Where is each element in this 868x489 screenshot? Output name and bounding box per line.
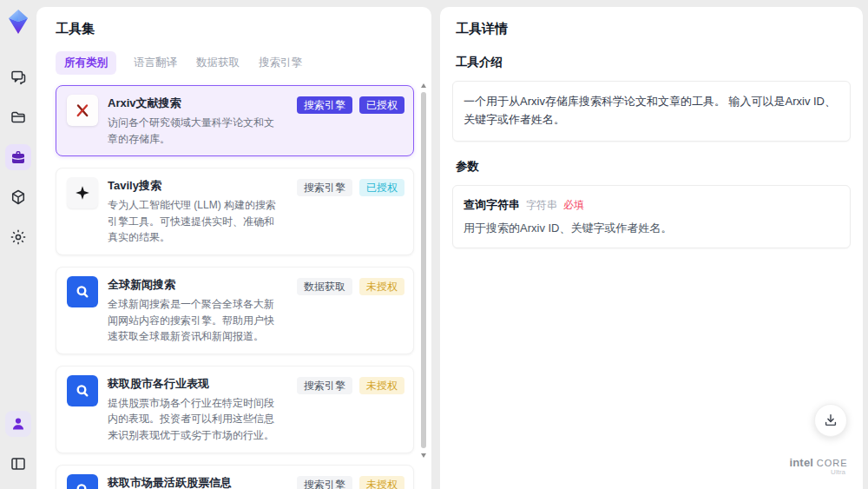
tool-list-item-tavily[interactable]: Tavily搜索 专为人工智能代理 (LLM) 构建的搜索引擎工具。可快速提供实… (56, 168, 414, 255)
tool-description: 全球新闻搜索是一个聚合全球各大新闻网站内容的搜索引擎。帮助用户快速获取全球最新资… (108, 296, 282, 345)
scroll-up-arrow-icon[interactable] (421, 83, 426, 88)
sidebar-rail (0, 0, 36, 489)
search-tool-icon (67, 276, 98, 307)
download-icon (823, 413, 838, 428)
tool-description: 提供股票市场各个行业在特定时间段内的表现。投资者可以利用这些信息来识别表现优于或… (108, 395, 282, 444)
category-tabs: 所有类别 语言翻译 数据获取 搜索引擎 (56, 51, 419, 75)
tab-all-categories[interactable]: 所有类别 (56, 51, 116, 75)
arxiv-logo-icon (67, 95, 98, 126)
tool-list-item-global-news[interactable]: 全球新闻搜索 全球新闻搜索是一个聚合全球各大新闻网站内容的搜索引擎。帮助用户快速… (56, 267, 414, 354)
param-required-flag: 必填 (563, 198, 584, 213)
auth-status-badge: 未授权 (359, 476, 404, 489)
intel-core-logo: intel CORE Ultra (785, 457, 852, 477)
intro-heading: 工具介绍 (452, 55, 851, 70)
param-box: 查询字符串 字符串 必填 用于搜索的Arxiv ID、关键字或作者姓名。 (452, 185, 851, 248)
tab-data-fetch[interactable]: 数据获取 (194, 51, 241, 75)
tool-list-item-sector-performance[interactable]: 获取股市各行业表现 提供股票市场各个行业在特定时间段内的表现。投资者可以利用这些… (56, 366, 414, 453)
panel-toggle-icon[interactable] (5, 451, 31, 477)
tool-name: Arxiv文献搜索 (108, 96, 282, 111)
scroll-down-arrow-icon[interactable] (421, 453, 426, 458)
param-name: 查询字符串 (464, 197, 520, 213)
folder-icon[interactable] (5, 104, 31, 130)
tab-language-translation[interactable]: 语言翻译 (132, 51, 179, 75)
auth-status-badge: 已授权 (359, 179, 404, 196)
category-badge: 搜索引擎 (297, 476, 352, 489)
package-icon[interactable] (5, 184, 31, 210)
tool-name: 全球新闻搜索 (108, 277, 282, 293)
tool-list: Arxiv文献搜索 访问各个研究领域大量科学论文和文章的存储库。 搜索引擎 已授… (56, 85, 419, 489)
tool-description: 专为人工智能代理 (LLM) 构建的搜索引擎工具。可快速提供实时、准确和真实的结… (108, 197, 282, 246)
category-badge: 搜索引擎 (297, 377, 352, 394)
detail-title: 工具详情 (452, 21, 851, 37)
auth-status-badge: 已授权 (359, 96, 404, 114)
category-badge: 搜索引擎 (297, 179, 352, 196)
tool-detail-panel: 工具详情 工具介绍 一个用于从Arxiv存储库搜索科学论文和文章的工具。 输入可… (440, 7, 863, 489)
tavily-star-icon (67, 177, 98, 208)
param-type: 字符串 (526, 198, 557, 213)
params-heading: 参数 (452, 159, 851, 175)
tool-description: 访问各个研究领域大量科学论文和文章的存储库。 (108, 115, 282, 147)
intro-text: 一个用于从Arxiv存储库搜索科学论文和文章的工具。 输入可以是Arxiv ID… (464, 93, 839, 129)
search-tool-icon (67, 474, 98, 489)
param-description: 用于搜索的Arxiv ID、关键字或作者姓名。 (464, 221, 839, 236)
category-badge: 数据获取 (297, 278, 352, 295)
tab-search-engine[interactable]: 搜索引擎 (257, 51, 304, 75)
download-button[interactable] (814, 404, 847, 437)
auth-status-badge: 未授权 (359, 278, 404, 295)
sidebar-item-tools[interactable] (5, 144, 31, 170)
tool-list-item-active-stocks[interactable]: 获取市场最活跃股票信息 提供当天交易量最高的股票列表，投资者可以利用这些信息来识… (56, 465, 414, 489)
user-avatar-icon[interactable] (5, 411, 31, 437)
tool-name: 获取股市各行业表现 (108, 376, 282, 392)
search-tool-icon (67, 375, 98, 406)
category-badge: 搜索引擎 (297, 96, 352, 114)
tool-name: Tavily搜索 (108, 178, 282, 194)
tool-list-item-arxiv[interactable]: Arxiv文献搜索 访问各个研究领域大量科学论文和文章的存储库。 搜索引擎 已授… (56, 85, 414, 156)
app-logo-icon (7, 9, 30, 35)
tools-list-panel: 工具集 所有类别 语言翻译 数据获取 搜索引擎 Arxiv文献搜索 访问各个研究… (36, 7, 431, 489)
settings-gear-icon[interactable] (5, 224, 31, 250)
list-scrollbar[interactable] (421, 83, 426, 480)
page-title: 工具集 (56, 21, 419, 37)
scrollbar-thumb[interactable] (421, 92, 426, 448)
tool-name: 获取市场最活跃股票信息 (108, 475, 282, 489)
chat-icon[interactable] (5, 64, 31, 90)
intro-box: 一个用于从Arxiv存储库搜索科学论文和文章的工具。 输入可以是Arxiv ID… (452, 81, 851, 142)
auth-status-badge: 未授权 (359, 377, 404, 394)
